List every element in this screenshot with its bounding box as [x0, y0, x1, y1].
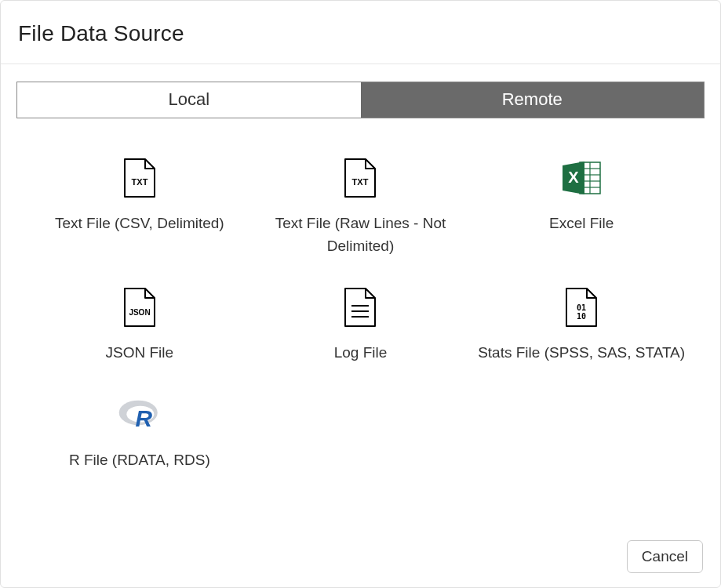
svg-text:01: 01	[577, 303, 586, 312]
option-text-raw[interactable]: TXT Text File (Raw Lines - Not Delimited…	[250, 156, 472, 257]
option-log-label: Log File	[334, 342, 388, 365]
option-excel[interactable]: X Excel File	[471, 156, 692, 257]
tab-remote[interactable]: Remote	[361, 82, 705, 118]
option-text-raw-label: Text File (Raw Lines - Not Delimited)	[257, 212, 465, 257]
option-stats-label: Stats File (SPSS, SAS, STATA)	[478, 342, 685, 365]
location-tabs: Local Remote	[16, 82, 705, 118]
file-data-source-dialog: File Data Source Local Remote TXT Text F…	[0, 0, 721, 588]
svg-text:R: R	[135, 405, 152, 431]
option-log[interactable]: Log File	[250, 285, 472, 365]
file-type-grid: TXT Text File (CSV, Delimited) TXT Text …	[1, 118, 720, 471]
option-json[interactable]: JSON JSON File	[29, 285, 250, 365]
txt-file-icon: TXT	[118, 156, 162, 200]
svg-text:TXT: TXT	[352, 177, 369, 187]
svg-text:10: 10	[577, 312, 586, 321]
svg-text:TXT: TXT	[131, 177, 147, 187]
option-excel-label: Excel File	[549, 212, 614, 235]
stats-file-icon: 01 10	[559, 285, 603, 329]
json-file-icon: JSON	[118, 285, 162, 329]
option-text-csv[interactable]: TXT Text File (CSV, Delimited)	[29, 156, 250, 257]
option-stats[interactable]: 01 10 Stats File (SPSS, SAS, STATA)	[471, 285, 692, 365]
dialog-footer: Cancel	[627, 540, 703, 573]
log-file-icon	[338, 285, 382, 329]
dialog-title: File Data Source	[18, 21, 703, 46]
svg-text:X: X	[568, 169, 579, 186]
cancel-button-label: Cancel	[642, 548, 688, 564]
tab-local[interactable]: Local	[17, 82, 361, 118]
txt-file-icon: TXT	[338, 156, 382, 200]
excel-icon: X	[559, 156, 603, 200]
tab-remote-label: Remote	[502, 89, 563, 109]
option-r[interactable]: R R File (RDATA, RDS)	[29, 393, 250, 472]
r-logo-icon: R	[118, 393, 162, 437]
dialog-header: File Data Source	[1, 1, 720, 64]
svg-text:JSON: JSON	[129, 308, 150, 317]
cancel-button[interactable]: Cancel	[627, 540, 703, 573]
option-text-csv-label: Text File (CSV, Delimited)	[55, 212, 224, 235]
tab-local-label: Local	[168, 89, 209, 109]
option-r-label: R File (RDATA, RDS)	[69, 449, 210, 472]
option-json-label: JSON File	[106, 342, 174, 365]
